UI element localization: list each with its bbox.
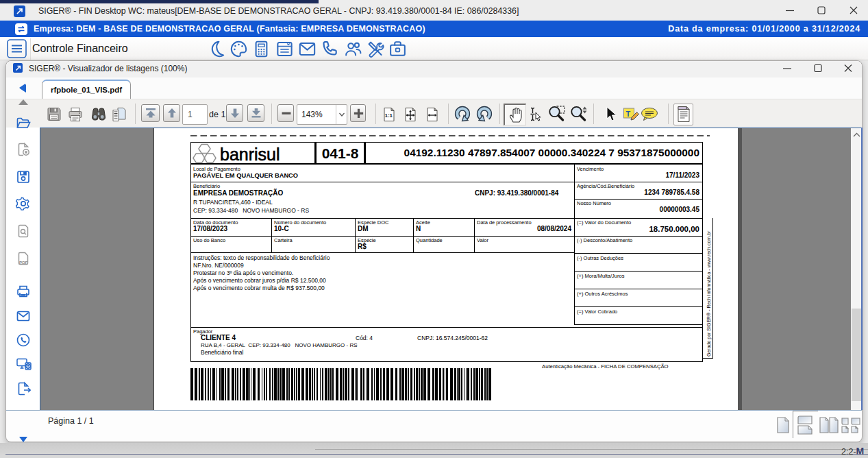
svg-text:T: T [626, 110, 631, 118]
svg-text:PDF: PDF [19, 260, 28, 265]
svg-text:1:1: 1:1 [385, 112, 393, 119]
